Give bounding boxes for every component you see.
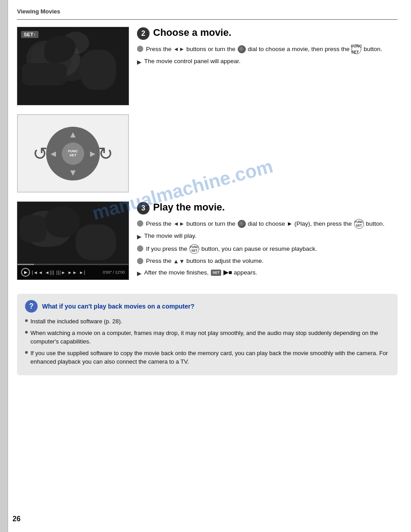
page-number: 26 [13,515,21,523]
func-set-button: FUNCSET [62,142,84,165]
lr-arrows-icon-2: ◄► [173,220,185,227]
control-wheel-image: ↺ ↻ ▲ ▼ ◄ ► FUNCSET [17,114,129,193]
playback-controls-icons: |◄◄ ◄||| |||► ►► ►| [32,270,86,275]
play-symbol: ► [287,220,292,227]
step2-bullet-1: Press the ◄► buttons or turn the dial to… [137,44,398,54]
info-dot-3 [25,351,28,354]
wheel-left-triangle: ◄ [49,148,58,159]
info-dot-1 [25,319,28,322]
step3-section: ▶ |◄◄ ◄||| |||► ►► ►| 0'00" / 12'00 3 Pl… [17,202,398,280]
step3-image: ▶ |◄◄ ◄||| |||► ►► ►| 0'00" / 12'00 [17,202,129,280]
info-bullet-3: If you use the supplied software to copy… [25,349,390,366]
info-bullet-3-text: If you use the supplied software to copy… [30,349,390,366]
bullet-circle-4 [137,258,143,264]
step3-bullet-2-text: The movie will play. [144,232,197,240]
info-bullet-2: When watching a movie on a computer, fra… [25,329,390,346]
step2-number: 2 [137,27,150,40]
wheel-section: ↺ ↻ ▲ ▼ ◄ ► FUNCSET [17,114,398,193]
set-badge: SET↑ [21,31,39,38]
info-bullets: Install the included software (p. 28). W… [25,317,390,366]
set-small-icon: SET [211,270,222,276]
page-header: Viewing Movies [17,8,398,20]
step3-bullet-5: ▶ After the movie finishes, SET ▶■ appea… [137,268,398,278]
bullet-arrow-icon-2: ▶ [137,232,141,241]
info-bullet-1-text: Install the included software (p. 28). [30,317,122,326]
step3-bullet-3: If you press the FUNCSET button, you can… [137,244,398,254]
func-set-icon-2: FUNCSET [354,219,364,229]
bullet-circle-3 [137,245,143,252]
step2-bullet-2: ▶ The movie control panel will appear. [137,57,398,67]
time-display: 0'00" / 12'00 [103,270,125,275]
wheel-outer: ▲ ▼ ◄ ► FUNCSET [46,127,100,180]
movie-screenshot-2: ▶ |◄◄ ◄||| |||► ►► ►| 0'00" / 12'00 [17,202,129,280]
bullet-circle-2 [137,220,143,227]
step2-bullet-1-text: Press the ◄► buttons or turn the dial to… [146,44,382,54]
step3-bullet-4: Press the ▲▼ buttons to adjust the volum… [137,257,398,266]
end-icon: ▶■ [223,269,232,276]
step2-heading: 2 Choose a movie. [137,27,398,40]
step2-bullets: Press the ◄► buttons or turn the dial to… [137,44,398,67]
playback-bar: ▶ |◄◄ ◄||| |||► ►► ►| 0'00" / 12'00 [17,265,128,279]
step2-image: SET↑ [17,27,129,105]
wheel-wrapper: ↺ ↻ ▲ ▼ ◄ ► FUNCSET [37,118,109,189]
curved-right-arrow: ↻ [98,143,113,164]
play-button-icon: ▶ [21,268,30,277]
wheel-down-triangle: ▼ [68,167,77,178]
bullet-arrow-icon: ▶ [137,58,141,67]
step3-bullet-3-text: If you press the FUNCSET button, you can… [146,244,317,254]
movie-screenshot-1: SET↑ [17,27,129,105]
step3-heading: 3 Play the movie. [137,202,398,215]
step3-bullet-4-text: Press the ▲▼ buttons to adjust the volum… [146,257,264,266]
bullet-circle [137,46,143,52]
bullet-arrow-icon-3: ▶ [137,269,141,278]
func-set-icon: FUNCSET [351,44,361,54]
ud-arrows-icon: ▲▼ [173,257,185,264]
step2-bullet-2-text: The movie control panel will appear. [144,57,240,66]
func-set-icon-3: FUNCSET [189,244,199,254]
step3-title: Play the movie. [153,202,225,213]
step3-bullet-5-text: After the movie finishes, SET ▶■ appears… [144,268,257,277]
lr-arrows-icon: ◄► [173,46,185,52]
info-bullet-2-text: When watching a movie on a computer, fra… [30,329,390,346]
curved-left-arrow: ↺ [33,143,48,164]
info-bullet-1: Install the included software (p. 28). [25,317,390,326]
info-box-title: What if you can't play back movies on a … [42,303,194,310]
question-mark-icon: ? [25,300,38,313]
info-box-header: ? What if you can't play back movies on … [25,300,390,313]
step3-number: 3 [137,202,150,215]
step2-section: SET↑ 2 Choose a movie. [17,27,398,105]
step3-bullet-1-text: Press the ◄► buttons or turn the dial to… [146,219,385,229]
step3-bullet-1: Press the ◄► buttons or turn the dial to… [137,219,398,229]
main-content: SET↑ 2 Choose a movie. [17,27,398,382]
step3-bullets: Press the ◄► buttons or turn the dial to… [137,219,398,278]
step3-bullet-2: ▶ The movie will play. [137,232,398,241]
info-dot-2 [25,331,28,334]
step2-title: Choose a movie. [153,27,231,39]
dial-icon [238,45,246,53]
func-label: FUNCSET [68,150,78,158]
step3-text: 3 Play the movie. Press the ◄► buttons o… [137,202,398,280]
step2-extra-space [137,114,398,193]
wheel-up-triangle: ▲ [68,129,77,140]
info-box: ? What if you can't play back movies on … [17,294,398,375]
wheel-right-triangle: ► [88,148,97,159]
page-container: manualmachine.com Viewing Movies SET↑ [0,0,411,532]
dial-icon-2 [238,220,246,228]
step2-text: 2 Choose a movie. Press the ◄► buttons o… [137,27,398,69]
binding-strip [0,0,8,532]
